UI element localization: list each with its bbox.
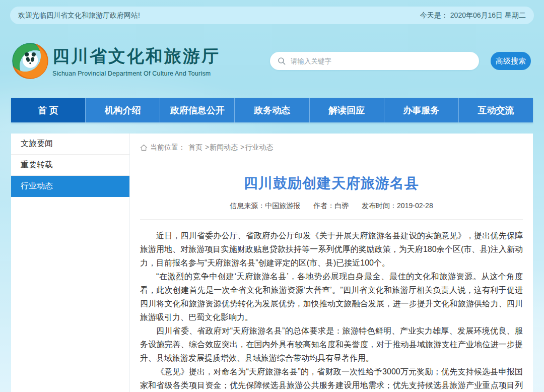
main-nav: 首 页 机构介绍 政府信息公开 政务动态 解读回应 办事服务 互动交流 [11,98,533,122]
source-label: 信息来源： [230,202,265,210]
nav-item[interactable]: 机构介绍 [85,98,160,122]
breadcrumb-segment: >行业动态 [240,143,273,151]
search-input[interactable] [290,57,471,66]
publish-label: 发布时间： [362,202,397,210]
nav-item-label: 政府信息公开 [170,104,225,116]
article-meta: 信息来源：中国旅游报 作者：白骅 发布时间：2019-02-28 [140,202,523,220]
article-body: 近日，四川省委办公厅、省政府办公厅印发《关于开展天府旅游名县建设的实施意见》，提… [140,220,523,392]
breadcrumb-segment: >新闻动态 [205,143,238,151]
nav-item-label: 首 页 [38,104,58,116]
current-date: 今天是：2020年06月16日 星期二 [418,11,526,20]
nav-item-label: 解读回应 [328,104,365,116]
source-value: 中国旅游报 [265,202,300,210]
sidebar-item-label: 行业动态 [21,181,53,191]
article-paragraph: 《意见》提出，对命名为“天府旅游名县”的，省财政一次性给予3000万元奖励；优先… [140,365,523,392]
topbar: 欢迎光临四川省文化和旅游厅政府网站! 今天是：2020年06月16日 星期二 [0,0,544,24]
author-label: 作者： [313,202,334,210]
breadcrumb-label: 当前位置： [150,143,185,152]
nav-item-label: 政务动态 [254,104,290,116]
breadcrumb-link[interactable]: 新闻动态 [210,143,238,151]
sidebar-item[interactable]: 文旅要闻 [11,134,129,155]
sidebar: 文旅要闻 重要转载 行业动态 [11,134,130,392]
author-value: 白骅 [334,202,349,210]
search-box[interactable] [270,52,479,70]
main-column: 当前位置： 首页 >新闻动态 >行业动态 四川鼓励创建天府旅游名县 信息来源：中… [130,134,533,392]
article-publish-time: 发布时间：2019-02-28 [362,202,433,210]
breadcrumb-link[interactable]: 行业动态 [245,143,273,151]
breadcrumb-path: 首页 >新闻动态 >行业动态 [187,143,273,152]
nav-item[interactable]: 互动交流 [458,98,533,122]
topbar-strip: 欢迎光临四川省文化和旅游厅政府网站! 今天是：2020年06月16日 星期二 [10,7,534,24]
article-paragraph: 近日，四川省委办公厅、省政府办公厅印发《关于开展天府旅游名县建设的实施意见》，提… [140,229,523,270]
brand-text: 四川省文化和旅游厅 Sichuan Provincial Department … [52,45,220,77]
site-title: 四川省文化和旅游厅 [52,45,220,68]
home-icon [140,144,148,151]
search-icon [278,57,286,65]
sidebar-item-label: 重要转载 [21,160,53,170]
sidebar-item-label: 文旅要闻 [21,139,53,149]
nav-item-label: 互动交流 [478,104,514,116]
nav-item[interactable]: 首 页 [11,98,85,122]
sidebar-item[interactable]: 行业动态 [11,176,129,197]
search-area: 高级搜索 [270,52,531,70]
nav-item-label: 机构介绍 [105,104,141,116]
breadcrumb-separator: > [240,143,244,151]
publish-value: 2019-02-28 [397,202,433,210]
nav-item[interactable]: 政务动态 [234,98,309,122]
site-header: 四川省文化和旅游厅 Sichuan Provincial Department … [0,24,544,98]
article-source: 信息来源：中国旅游报 [230,202,300,210]
article-author: 作者：白骅 [313,202,349,210]
brand: 四川省文化和旅游厅 Sichuan Provincial Department … [11,42,220,80]
sidebar-item[interactable]: 重要转载 [11,155,129,176]
breadcrumb-separator: > [205,143,209,151]
article-paragraph: 四川省委、省政府对“天府旅游名县”的总体要求是：旅游特色鲜明、产业实力雄厚、发展… [140,324,523,365]
nav-item[interactable]: 解读回应 [309,98,384,122]
nav-item[interactable]: 政府信息公开 [160,98,234,122]
site-logo-icon [11,42,49,80]
nav-item-label: 办事服务 [403,104,439,116]
breadcrumb-segment: 首页 [187,143,202,151]
advanced-search-button[interactable]: 高级搜索 [491,52,531,70]
site-subtitle: Sichuan Provincial Department Of Culture… [52,70,220,77]
date-label: 今天是： [420,11,448,19]
date-value: 2020年06月16日 星期二 [450,11,526,19]
breadcrumb: 当前位置： 首页 >新闻动态 >行业动态 [140,134,523,162]
content-panel: 文旅要闻 重要转载 行业动态 当前位置： 首页 >新闻动态 >行业动态 四川鼓励… [11,134,533,392]
article-paragraph: “在激烈的竞争中创建‘天府旅游名县’，各地势必展现自身最全、最佳的文化和旅游资源… [140,270,523,324]
welcome-text: 欢迎光临四川省文化和旅游厅政府网站! [18,11,140,20]
nav-item[interactable]: 办事服务 [384,98,458,122]
breadcrumb-link[interactable]: 首页 [188,143,202,151]
article-title: 四川鼓励创建天府旅游名县 [140,174,523,193]
